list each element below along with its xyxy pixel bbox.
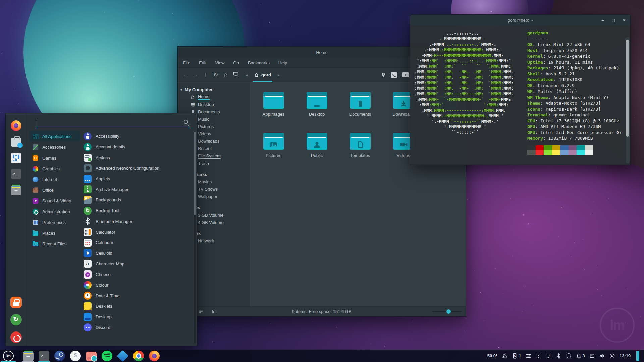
temperature[interactable]: 50.0°	[487, 353, 498, 358]
lock-button[interactable]	[10, 297, 22, 308]
menubar-item-bookmarks[interactable]: Bookmarks	[248, 60, 270, 65]
show-desktop-corner-bar[interactable]	[636, 351, 639, 361]
breadcrumb[interactable]: gord	[250, 68, 275, 82]
breadcrumb-right-icon[interactable]: ▸	[275, 73, 282, 77]
sidebar-item-desktop[interactable]: Desktop	[178, 101, 250, 108]
up-icon[interactable]: ↑	[201, 72, 211, 78]
bluetooth[interactable]	[556, 353, 561, 359]
menu-button[interactable]: lm	[0, 350, 17, 362]
app-bluetooth-manager[interactable]: Bluetooth Manager	[82, 216, 192, 227]
shutdown-button[interactable]	[10, 331, 22, 343]
keyboard-layout[interactable]	[526, 353, 531, 359]
favorite-software-manager[interactable]	[10, 135, 22, 148]
location-pin-icon[interactable]	[381, 72, 386, 78]
launcher-spotify[interactable]	[101, 350, 113, 362]
menu-scrollbar-thumb[interactable]	[194, 132, 196, 215]
brightness[interactable]	[609, 353, 615, 359]
app-celluloid[interactable]: Celluloid	[82, 248, 192, 259]
forward-icon[interactable]: →	[191, 72, 201, 78]
sidebar-item-home[interactable]: Home	[178, 93, 250, 101]
launcher-screenshot[interactable]	[86, 350, 97, 362]
file-public[interactable]: Public	[296, 133, 338, 158]
terminal-output[interactable]: ...-:::::-... .-MMMMMMMMMMMMMMM-. .-MMMM…	[410, 25, 630, 165]
app-discord[interactable]: Discord	[82, 322, 192, 333]
category-games[interactable]: Games	[29, 153, 80, 163]
display-off[interactable]	[536, 353, 541, 359]
refresh-icon[interactable]: ↻	[211, 71, 221, 78]
app-calendar[interactable]: Calendar	[82, 237, 192, 248]
maximize-icon[interactable]: ◻	[611, 18, 616, 23]
app-actions[interactable]: Actions	[82, 152, 192, 163]
launcher-terminal[interactable]	[38, 350, 50, 362]
app-accessibility[interactable]: Accessibility	[82, 131, 192, 142]
menubar-item-view[interactable]: View	[215, 60, 224, 65]
app-colour[interactable]: Colour	[82, 280, 192, 291]
terminal-scrollbar[interactable]	[626, 37, 630, 163]
app-account-details[interactable]: Account details	[82, 142, 192, 153]
app-desklets[interactable]: Desklets	[82, 301, 192, 312]
new-folder-icon[interactable]: +	[402, 72, 409, 77]
file-documents[interactable]: Documents	[339, 92, 381, 117]
open-terminal-icon[interactable]: $_	[391, 72, 397, 78]
app-desktop[interactable]: Desktop	[82, 312, 192, 322]
app-character-map[interactable]: àCharacter Map	[82, 258, 192, 269]
category-places[interactable]: Places	[29, 228, 80, 238]
computer-icon[interactable]	[231, 71, 241, 78]
category-graphics[interactable]: Graphics	[29, 163, 80, 174]
launcher-firefox[interactable]	[149, 350, 160, 362]
category-all-applications[interactable]: All Applications	[29, 131, 80, 142]
radio-applet[interactable]	[502, 353, 507, 359]
screensaver-inhibit[interactable]: zz	[546, 353, 551, 359]
home-icon[interactable]: ⌂	[221, 71, 231, 79]
logout-button[interactable]	[10, 314, 22, 325]
launcher-steam[interactable]	[54, 350, 65, 362]
minimize-icon[interactable]: –	[600, 18, 605, 23]
launcher-s-circle[interactable]	[70, 350, 81, 362]
favorite-firefox[interactable]	[10, 119, 22, 132]
category-recent-files[interactable]: Recent Files	[29, 238, 80, 249]
breadcrumb-left-icon[interactable]: ◂	[243, 73, 250, 77]
app-backup-tool[interactable]: Backup Tool	[82, 205, 192, 216]
zoom-slider[interactable]	[432, 309, 461, 314]
favorite-terminal[interactable]	[10, 168, 22, 180]
favorite-files[interactable]	[10, 184, 22, 196]
file-appimages[interactable]: AppImages	[253, 92, 294, 117]
volume[interactable]	[599, 353, 605, 359]
category-administration[interactable]: Administration	[29, 206, 80, 217]
menubar-item-go[interactable]: Go	[233, 60, 239, 65]
category-internet[interactable]: Internet	[29, 174, 80, 185]
file-pictures[interactable]: Pictures	[253, 133, 294, 158]
menubar-item-help[interactable]: Help	[278, 60, 287, 65]
launcher-files[interactable]	[22, 350, 34, 362]
launcher-chrome[interactable]	[133, 350, 144, 362]
zoom-slider-knob[interactable]	[446, 309, 451, 314]
search-input[interactable]	[35, 118, 190, 128]
app-calculator[interactable]: Calculator	[82, 227, 192, 237]
file-templates[interactable]: Templates	[339, 133, 381, 158]
favorite-system-settings[interactable]	[10, 152, 22, 164]
sidebar-item-my-computer[interactable]: ▾My Computer	[178, 86, 250, 93]
app-cheese[interactable]: Cheese	[82, 269, 192, 280]
firewall[interactable]	[566, 353, 572, 359]
notifications[interactable]: 3	[576, 353, 585, 359]
app-advanced-network-configuration[interactable]: Advanced Network Configuration	[82, 163, 192, 174]
app-date-time[interactable]: Date & Time	[82, 290, 192, 301]
kdeconnect[interactable]: K1	[512, 353, 521, 359]
app-archive-manager[interactable]: Archive Manager	[82, 184, 192, 195]
terminal-titlebar[interactable]: gord@neo: ~ – ◻ ✕	[410, 15, 630, 25]
launcher-kodi[interactable]	[117, 350, 128, 362]
expander-icon[interactable]: ▾	[180, 88, 182, 92]
menubar-item-edit[interactable]: Edit	[199, 60, 206, 65]
close-icon[interactable]: ✕	[622, 18, 627, 23]
menu-scrollbar[interactable]	[194, 131, 196, 344]
app-backgrounds[interactable]: Backgrounds	[82, 195, 192, 205]
category-office[interactable]: Office	[29, 185, 80, 195]
menubar-item-file[interactable]: File	[183, 60, 190, 65]
app-applets[interactable]: Applets	[82, 174, 192, 184]
file-desktop[interactable]: Desktop	[296, 92, 338, 117]
clock[interactable]: 13:19	[620, 353, 631, 358]
category-sound-video[interactable]: Sound & Video	[29, 195, 80, 206]
terminal-scrollbar-thumb[interactable]	[626, 40, 629, 137]
network[interactable]	[589, 353, 595, 359]
category-preferences[interactable]: Preferences	[29, 217, 80, 228]
